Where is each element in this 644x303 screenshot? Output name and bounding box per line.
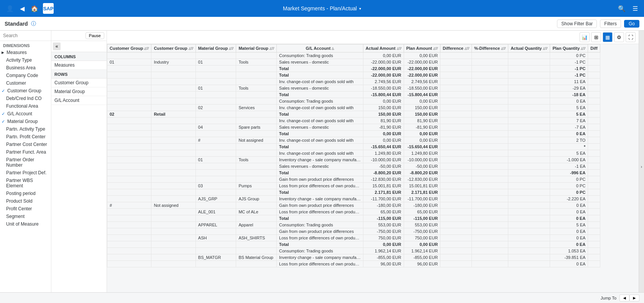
row-item-customer-group[interactable]: Customer Group — [51, 79, 107, 87]
table-cell — [196, 241, 236, 248]
dimension-item-product-sold[interactable]: Product Sold — [0, 197, 51, 205]
table-cell: 0 EA — [550, 241, 588, 248]
table-cell — [107, 79, 151, 85]
table-view-icon[interactable]: ⊞ — [591, 32, 601, 42]
table-cell — [472, 118, 508, 124]
column-item-measures[interactable]: Measures — [51, 61, 107, 70]
table-cell — [151, 209, 196, 215]
th-actual-amount[interactable]: Actual Amount △▽ — [363, 44, 404, 52]
pause-button[interactable]: Pause — [85, 32, 104, 39]
table-row: Total-8.800,20 EUR-8.800,20 EUR-996 EA — [107, 170, 600, 176]
dimension-item-partner-funct.-area[interactable]: Partner Funct. Area — [0, 148, 51, 156]
table-row: Total-22.000,00 EUR-22.000,00 EUR-1 PC — [107, 72, 600, 79]
dimension-item-g/l-account[interactable]: G/L Account — [0, 110, 51, 118]
dimension-item-partner-wbs-element[interactable]: Partner WBS Element — [0, 177, 51, 190]
dimension-item-customer[interactable]: Customer — [0, 79, 51, 87]
th-material-group-1[interactable]: Material Group △▽ — [196, 44, 236, 52]
table-cell — [440, 111, 472, 118]
right-collapse-panel[interactable]: › — [639, 31, 644, 303]
back-icon[interactable]: ◀ — [18, 3, 26, 14]
table-cell — [151, 131, 196, 137]
table-cell: 0,00 EUR — [404, 52, 440, 59]
table-cell: 15.001,81 EUR — [404, 183, 440, 189]
table-cell — [196, 228, 236, 235]
collapse-button[interactable]: « — [53, 43, 61, 50]
table-cell: -15.650,44 EUR — [363, 144, 404, 150]
dimension-item-company-code[interactable]: Company Code — [0, 72, 51, 79]
table-cell — [440, 215, 472, 222]
table-cell — [440, 209, 472, 215]
jump-to-left-button[interactable]: ◄ — [619, 295, 629, 301]
dimension-item-unit-of-measure[interactable]: Unit of Measure — [0, 220, 51, 228]
jump-to-right-button[interactable]: ► — [629, 295, 639, 301]
th-diff2[interactable]: Diff — [588, 44, 600, 52]
table-cell — [508, 111, 550, 118]
dimension-item-business-area[interactable]: Business Area — [0, 64, 51, 72]
table-cell — [196, 144, 236, 150]
search-input[interactable] — [3, 33, 51, 38]
search-icon[interactable]: 🔍 — [616, 3, 627, 14]
th-difference[interactable]: Difference △▽ — [440, 44, 472, 52]
th-gl-account[interactable]: G/L Account △ — [277, 44, 363, 52]
table-row: 01ToolsInventory change - sale company m… — [107, 157, 600, 163]
th-pct-difference[interactable]: %-Difference △▽ — [472, 44, 508, 52]
dimension-item-material-group[interactable]: Material Group — [0, 118, 51, 125]
table-cell: 0 EA — [550, 235, 588, 241]
dimension-item-profit-center[interactable]: Profit Center — [0, 205, 51, 213]
th-customer-group-2[interactable]: Customer Group △▽ — [151, 44, 196, 52]
th-plan-amount[interactable]: Plan Amount △▽ — [404, 44, 440, 52]
th-customer-group-1[interactable]: Customer Group △▽ — [107, 44, 151, 52]
table-cell — [151, 235, 196, 241]
table-cell — [508, 163, 550, 170]
dimension-item-segment[interactable]: Segment — [0, 213, 51, 220]
dimension-item-customer-group[interactable]: Customer Group — [0, 87, 51, 95]
table-cell: Inv. change-cost of own goods sold with — [277, 150, 363, 157]
table-row: 02RetailTotal150,00 EUR150,00 EUR5 EA — [107, 111, 600, 118]
table-cell: -15.650,44 EUR — [404, 144, 440, 150]
grid-view-icon[interactable]: ▦ — [603, 32, 613, 42]
table-cell: BS_MATGR — [196, 254, 236, 261]
dimension-item-functional-area[interactable]: Functional Area — [0, 102, 51, 110]
row-item-g/l-account[interactable]: G/L Account — [51, 96, 107, 105]
table-cell: Consumption: Trading goods — [277, 248, 363, 254]
table-row: #Not assignedGain from own product price… — [107, 202, 600, 209]
table-cell: Loss from price differences of own produ… — [277, 183, 363, 189]
table-cell: -81,90 EUR — [363, 124, 404, 131]
table-cell: 0 EA — [550, 202, 588, 209]
menu-icon[interactable]: ☰ — [631, 3, 639, 14]
table-cell — [196, 176, 236, 183]
dimension-item-activity-type[interactable]: Activity Type — [0, 56, 51, 64]
filters-button[interactable]: Filters — [600, 20, 621, 28]
settings-icon[interactable]: ⚙ — [614, 32, 624, 42]
th-material-group-2[interactable]: Material Group △▽ — [236, 44, 277, 52]
table-container[interactable]: Customer Group △▽ Customer Group △▽ Mate… — [107, 44, 639, 294]
dimension-item-deb/cred-ind-co[interactable]: Deb/Cred Ind CO — [0, 95, 51, 102]
table-cell — [588, 92, 600, 98]
table-cell — [440, 118, 472, 124]
table-cell — [440, 150, 472, 157]
user-icon[interactable]: 👤 — [5, 3, 15, 14]
th-plan-quantity[interactable]: Plan Quantity △▽ — [550, 44, 588, 52]
dimension-item-posting-period[interactable]: Posting period — [0, 190, 51, 197]
dimension-item-partn.-activity-type[interactable]: Partn. Activity Type — [0, 125, 51, 133]
dimension-item-partner-cost-center[interactable]: Partner Cost Center — [0, 141, 51, 148]
bar-chart-icon[interactable]: 📊 — [580, 32, 590, 42]
show-filter-bar-button[interactable]: Show Filter Bar — [557, 20, 597, 28]
th-actual-quantity[interactable]: Actual Quantity △▽ — [508, 44, 550, 52]
main-layout: 🔍 DIMENSIONS MeasuresActivity TypeBusine… — [0, 31, 644, 303]
go-button[interactable]: Go — [624, 20, 639, 28]
title-chevron[interactable]: ▾ — [359, 7, 361, 11]
row-item-material-group[interactable]: Material Group — [51, 87, 107, 96]
table-cell — [588, 111, 600, 118]
table-cell — [472, 235, 508, 241]
home-icon[interactable]: 🏠 — [29, 3, 40, 14]
dimension-item-partner-project-def.[interactable]: Partner Project Def. — [0, 169, 51, 177]
table-row: APPARELApparelConsumption: Trading goods… — [107, 222, 600, 228]
info-icon[interactable]: ⓘ — [31, 20, 36, 27]
dimension-item-partner-order-number[interactable]: Partner Order Number — [0, 156, 51, 169]
fullscreen-icon[interactable]: ⛶ — [626, 32, 636, 42]
dimension-item-partn.-profit-center[interactable]: Partn. Profit Center — [0, 133, 51, 141]
table-cell — [107, 137, 151, 144]
table-cell — [236, 202, 277, 209]
dimension-item-measures[interactable]: Measures — [0, 49, 51, 56]
